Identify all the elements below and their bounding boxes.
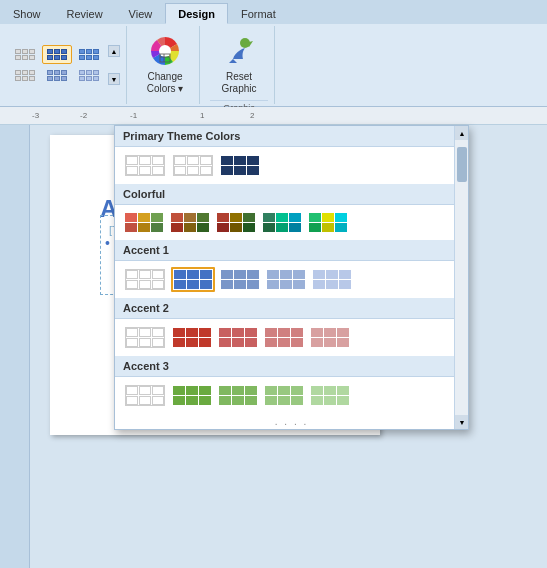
accent2-swatch-5[interactable] bbox=[309, 326, 351, 349]
color-wheel-icon bbox=[147, 33, 183, 69]
more-dots: . . . . bbox=[115, 414, 468, 429]
table-style-items: ▲ ▼ bbox=[10, 28, 120, 102]
reset-graphic-group: Reset Graphic Graphic bbox=[204, 26, 275, 104]
accent1-swatch-3[interactable] bbox=[219, 268, 261, 291]
tab-view[interactable]: View bbox=[116, 3, 166, 24]
change-colors-group: ChangeColors ▾ bbox=[131, 26, 200, 104]
svg-point-1 bbox=[159, 45, 171, 57]
dropdown-scrollbar: ▲ ▼ bbox=[454, 126, 468, 429]
table-style-btn-1[interactable] bbox=[10, 45, 40, 64]
accent2-swatch-2[interactable] bbox=[171, 326, 213, 349]
section-colorful-header: Colorful bbox=[115, 184, 468, 205]
accent3-color-row bbox=[115, 377, 468, 414]
accent3-swatch-5[interactable] bbox=[309, 384, 351, 407]
accent2-swatch-1[interactable] bbox=[123, 325, 167, 350]
tab-show[interactable]: Show bbox=[0, 3, 54, 24]
scroll-track[interactable] bbox=[455, 140, 468, 415]
change-colors-button[interactable]: ChangeColors ▾ bbox=[137, 28, 193, 100]
scrollbar-down-arrow[interactable]: ▼ bbox=[455, 415, 469, 429]
primary-color-row bbox=[115, 147, 468, 184]
accent2-swatch-4[interactable] bbox=[263, 326, 305, 349]
tab-review[interactable]: Review bbox=[54, 3, 116, 24]
accent1-swatch-4[interactable] bbox=[265, 268, 307, 291]
table-styles-group: ▲ ▼ bbox=[4, 26, 127, 104]
tab-format[interactable]: Format bbox=[228, 3, 289, 24]
accent1-swatch-1[interactable] bbox=[123, 267, 167, 292]
colorful-swatch-5[interactable] bbox=[307, 211, 349, 234]
accent1-swatch-2[interactable] bbox=[171, 267, 215, 292]
accent3-swatch-4[interactable] bbox=[263, 384, 305, 407]
color-dropdown-panel: Primary Theme Colors bbox=[114, 125, 469, 430]
accent2-color-row bbox=[115, 319, 468, 356]
table-style-btn-2[interactable] bbox=[42, 45, 72, 64]
accent2-swatch-3[interactable] bbox=[217, 326, 259, 349]
primary-swatch-3[interactable] bbox=[219, 154, 261, 177]
colorful-swatch-4[interactable] bbox=[261, 211, 303, 234]
tab-design[interactable]: Design bbox=[165, 3, 228, 24]
main-area: A • B [Text] Primary Theme Colors bbox=[0, 125, 547, 568]
ribbon: Show Review View Design Format bbox=[0, 0, 547, 107]
colorful-color-row bbox=[115, 205, 468, 240]
section-accent1-header: Accent 1 bbox=[115, 240, 468, 261]
reset-graphic-button[interactable]: Reset Graphic bbox=[210, 28, 268, 100]
table-style-btn-4[interactable] bbox=[10, 66, 40, 85]
scrollbar-up-arrow[interactable]: ▲ bbox=[455, 126, 469, 140]
scroll-thumb[interactable] bbox=[457, 147, 467, 182]
colorful-swatch-3[interactable] bbox=[215, 211, 257, 234]
ruler: -3 -2 -1 1 2 bbox=[0, 107, 547, 125]
primary-swatch-2[interactable] bbox=[171, 153, 215, 178]
accent1-swatch-5[interactable] bbox=[311, 268, 353, 291]
accent3-swatch-2[interactable] bbox=[171, 384, 213, 407]
ribbon-tabs: Show Review View Design Format bbox=[0, 0, 547, 24]
section-accent2-header: Accent 2 bbox=[115, 298, 468, 319]
table-styles-scroll-more[interactable]: ▼ bbox=[108, 73, 120, 85]
ribbon-content: ▲ ▼ bbox=[0, 24, 547, 106]
table-style-btn-6[interactable] bbox=[74, 66, 104, 85]
reset-graphic-icon bbox=[221, 33, 257, 69]
section-primary-header: Primary Theme Colors bbox=[115, 126, 468, 147]
table-styles-scroll-up[interactable]: ▲ bbox=[108, 45, 120, 57]
accent3-swatch-1[interactable] bbox=[123, 383, 167, 408]
left-margin bbox=[0, 125, 30, 568]
colorful-swatch-2[interactable] bbox=[169, 211, 211, 234]
table-style-btn-3[interactable] bbox=[74, 45, 104, 64]
accent3-swatch-3[interactable] bbox=[217, 384, 259, 407]
table-style-btn-5[interactable] bbox=[42, 66, 72, 85]
reset-graphic-label: Reset Graphic bbox=[217, 71, 261, 95]
change-colors-label: ChangeColors ▾ bbox=[147, 71, 184, 95]
primary-swatch-1[interactable] bbox=[123, 153, 167, 178]
section-accent3-header: Accent 3 bbox=[115, 356, 468, 377]
accent1-color-row bbox=[115, 261, 468, 298]
colorful-swatch-1[interactable] bbox=[123, 211, 165, 234]
